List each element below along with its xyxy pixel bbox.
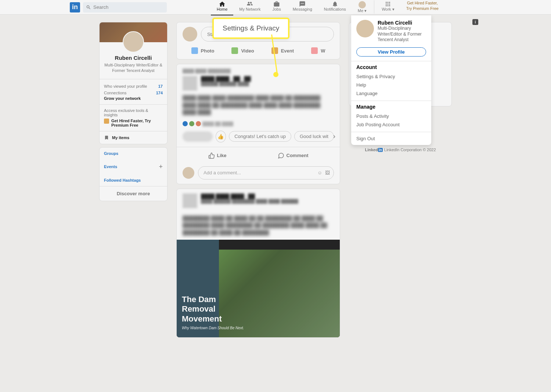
nav-work[interactable]: Work ▾ bbox=[376, 0, 400, 14]
connections-row[interactable]: Connections 174 bbox=[104, 90, 163, 96]
hashtags-link[interactable]: Followed Hashtags bbox=[100, 174, 167, 186]
manage-heading: Manage bbox=[356, 104, 426, 110]
nav-network[interactable]: My Network bbox=[233, 0, 266, 14]
language-item[interactable]: Language bbox=[356, 89, 426, 98]
search-icon bbox=[86, 5, 91, 10]
svg-point-2 bbox=[301, 3, 302, 4]
my-items[interactable]: My items bbox=[100, 131, 167, 144]
feed-post-2: ████ ████ ████ · ██ ████ ██████ ████████… bbox=[176, 189, 340, 338]
nav-home[interactable]: Home bbox=[211, 0, 233, 14]
svg-point-4 bbox=[303, 3, 304, 4]
comment-button[interactable]: Comment bbox=[270, 149, 316, 163]
bookmark-icon bbox=[104, 135, 109, 140]
svg-rect-5 bbox=[386, 2, 387, 3]
feed-content: ████ ████ ████ ████████ ████ ████ ██ ███… bbox=[177, 91, 340, 120]
article-image[interactable]: The DamRemovalMovement Why Watertown Dam… bbox=[177, 240, 340, 337]
svg-rect-12 bbox=[388, 5, 389, 6]
feed-context: ████ ████ ████████ bbox=[177, 69, 340, 76]
svg-rect-8 bbox=[386, 4, 387, 5]
reactions-bar[interactable]: ████ ██ ████ bbox=[177, 120, 340, 128]
profile-banner bbox=[100, 22, 167, 42]
nav-me[interactable]: Me ▾ bbox=[352, 0, 372, 14]
svg-point-1 bbox=[250, 2, 252, 4]
thumb-icon bbox=[208, 152, 215, 159]
svg-rect-10 bbox=[389, 4, 390, 5]
job-posting-item[interactable]: Job Posting Account bbox=[356, 120, 426, 129]
like-button[interactable]: Like bbox=[201, 149, 234, 163]
svg-point-0 bbox=[248, 2, 250, 4]
like-icon bbox=[183, 121, 188, 126]
premium-link[interactable]: Get Hired Faster, Try Premium Free bbox=[406, 0, 439, 14]
svg-rect-6 bbox=[388, 2, 389, 3]
search-box[interactable] bbox=[83, 2, 167, 12]
comment-avatar[interactable] bbox=[183, 167, 194, 179]
premium-upsell[interactable]: Access exclusive tools & insights Get Hi… bbox=[100, 105, 167, 131]
comment-icon bbox=[278, 152, 284, 159]
callout-annotation: Settings & Privacy bbox=[212, 18, 289, 39]
bell-icon bbox=[331, 1, 339, 7]
me-dropdown: Ruben Circelli Multi-Disciplinary Writer… bbox=[351, 15, 431, 145]
post-article[interactable]: W bbox=[307, 44, 329, 57]
profile-name[interactable]: Ruben Circelli bbox=[104, 55, 163, 61]
grid-icon bbox=[384, 1, 392, 7]
suggest-chip-1[interactable]: Congrats! Let's catch up bbox=[229, 131, 291, 142]
dropdown-name: Ruben Circelli bbox=[378, 20, 426, 26]
groups-link[interactable]: Groups bbox=[100, 148, 167, 159]
sign-out-item[interactable]: Sign Out bbox=[351, 132, 431, 145]
post-event[interactable]: Event bbox=[267, 44, 298, 57]
callout-dot bbox=[273, 72, 278, 77]
profile-card: Ruben Circelli Multi-Disciplinary Writer… bbox=[99, 22, 168, 144]
video-icon bbox=[231, 47, 238, 54]
linkedin-logo[interactable]: in bbox=[70, 2, 80, 12]
feed-avatar[interactable] bbox=[183, 76, 197, 91]
premium-icon bbox=[104, 119, 109, 124]
chevron-right-icon[interactable]: › bbox=[333, 133, 335, 140]
nav-jobs[interactable]: Jobs bbox=[266, 0, 287, 14]
celebrate-icon bbox=[189, 121, 194, 126]
suggestion-image bbox=[183, 131, 213, 142]
grow-network[interactable]: Grow your network bbox=[104, 96, 163, 101]
search-input[interactable] bbox=[93, 4, 159, 10]
avatar-icon bbox=[359, 1, 366, 8]
help-item[interactable]: Help bbox=[356, 81, 426, 89]
svg-rect-7 bbox=[389, 2, 390, 3]
suggest-chip-2[interactable]: Good luck wit bbox=[294, 131, 334, 142]
nav-messaging[interactable]: Messaging bbox=[287, 0, 318, 14]
message-icon bbox=[299, 1, 306, 7]
people-icon bbox=[246, 1, 253, 7]
profile-headline: Multi-Disciplinary Writer/Editor & Forme… bbox=[104, 62, 163, 74]
who-viewed-row[interactable]: Who viewed your profile 17 bbox=[104, 83, 163, 90]
settings-privacy-item[interactable]: Settings & Privacy bbox=[356, 72, 426, 81]
callout-box: Settings & Privacy bbox=[212, 18, 289, 39]
info-badge[interactable]: i bbox=[472, 19, 478, 25]
love-icon bbox=[196, 121, 201, 126]
view-profile-button[interactable]: View Profile bbox=[356, 47, 426, 57]
photo-icon bbox=[191, 47, 198, 54]
article-title: The DamRemovalMovement bbox=[182, 295, 244, 324]
post-video[interactable]: Video bbox=[227, 44, 258, 57]
account-heading: Account bbox=[356, 64, 426, 70]
footer-corp: Linkedin LinkedIn Corporation © 2022 bbox=[349, 148, 452, 152]
post-avatar[interactable] bbox=[183, 27, 197, 41]
image-icon[interactable]: 🖼 bbox=[325, 170, 330, 175]
dropdown-headline: Multi-Disciplinary Writer/Editor & Forme… bbox=[378, 26, 426, 43]
comment-input[interactable]: Add a comment... ☺ 🖼 bbox=[198, 166, 334, 179]
post-photo[interactable]: Photo bbox=[187, 44, 219, 57]
posts-activity-item[interactable]: Posts & Activity bbox=[356, 112, 426, 120]
nav-notifications[interactable]: Notifications bbox=[318, 0, 352, 14]
dropdown-avatar[interactable] bbox=[356, 20, 374, 37]
add-event-icon[interactable]: + bbox=[159, 163, 163, 171]
profile-avatar[interactable] bbox=[123, 31, 144, 52]
feed-post-1: ████ ████ ████████ ████ ████ · ██ · ██ █… bbox=[176, 64, 340, 184]
feed-avatar-2[interactable] bbox=[183, 193, 197, 208]
emoji-icon[interactable]: ☺ bbox=[317, 170, 322, 175]
thumbs-button[interactable]: 👍 bbox=[216, 131, 226, 142]
discover-more[interactable]: Discover more bbox=[100, 186, 167, 201]
article-subtitle: Why Watertown Dam Should Be Next. bbox=[182, 326, 244, 330]
events-link[interactable]: Events+ bbox=[100, 159, 167, 174]
article-icon bbox=[311, 47, 318, 54]
feed-content-2: ████████ ████ ██ ████ ██ ██ ████████ ██ … bbox=[177, 211, 340, 240]
home-icon bbox=[219, 1, 226, 7]
svg-rect-11 bbox=[386, 5, 387, 6]
svg-rect-9 bbox=[388, 4, 389, 5]
